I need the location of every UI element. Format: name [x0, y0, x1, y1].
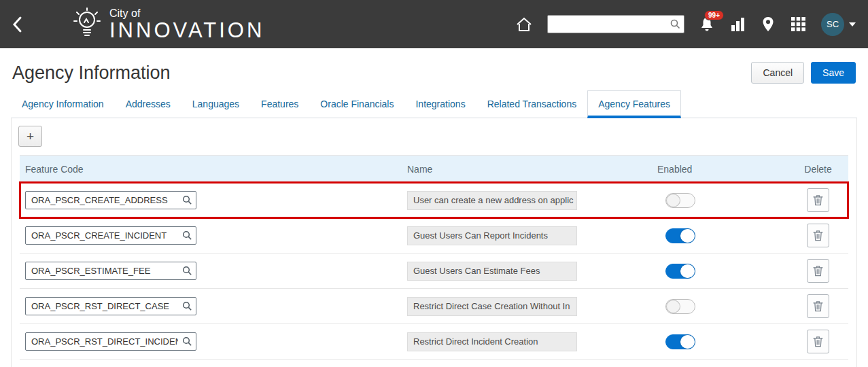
apps-grid-icon[interactable]: [791, 16, 806, 32]
lookup-search-icon[interactable]: [182, 230, 192, 243]
feature-name-field: User can create a new address on applic: [407, 191, 577, 210]
delete-row-button[interactable]: [807, 330, 829, 353]
home-icon[interactable]: [516, 17, 532, 32]
lookup-search-icon[interactable]: [182, 195, 192, 208]
enabled-toggle[interactable]: [665, 299, 695, 314]
cancel-button[interactable]: Cancel: [751, 62, 804, 84]
logo-line2: INNOVATION: [109, 20, 264, 41]
feature-code-input[interactable]: [25, 191, 196, 209]
feature-code-input[interactable]: [25, 262, 196, 280]
lightbulb-icon: [71, 7, 103, 42]
notification-count-badge: 99+: [704, 10, 724, 20]
tab-agency-features[interactable]: Agency Features: [587, 90, 681, 118]
enabled-toggle[interactable]: [665, 334, 695, 349]
feature-name-field: Guest Users Can Estimate Fees: [407, 262, 577, 281]
top-navigation-bar: City of INNOVATION 99+: [0, 0, 868, 48]
delete-row-button[interactable]: [807, 294, 829, 318]
enabled-toggle[interactable]: [665, 193, 695, 208]
user-avatar[interactable]: SC: [821, 13, 844, 36]
column-header-delete: Delete: [788, 164, 848, 175]
menu-hamburger-icon[interactable]: [35, 18, 55, 31]
delete-row-button[interactable]: [807, 224, 829, 247]
table-header-row: Feature Code Name Enabled Delete: [20, 156, 848, 183]
map-pin-icon[interactable]: [761, 16, 776, 33]
tab-features[interactable]: Features: [250, 90, 309, 118]
column-header-enabled: Enabled: [652, 164, 788, 175]
feature-code-input[interactable]: [25, 297, 196, 315]
table-row: Restrict Direct Case Creation Without In: [20, 289, 848, 324]
global-search-input[interactable]: [547, 15, 684, 33]
lookup-search-icon[interactable]: [182, 266, 192, 279]
feature-name-field: Restrict Direct Incident Creation: [407, 332, 577, 351]
logo-line1: City of: [109, 7, 264, 20]
delete-row-button[interactable]: [807, 259, 829, 283]
table-row: Guest Users Can Estimate Fees: [20, 254, 848, 289]
lookup-search-icon[interactable]: [182, 336, 192, 349]
features-table: Feature Code Name Enabled Delete User ca…: [20, 155, 848, 360]
agency-features-panel: + Feature Code Name Enabled Delete User …: [11, 118, 857, 367]
back-chevron-icon[interactable]: [12, 16, 22, 33]
page-title: Agency Information: [12, 63, 171, 84]
add-feature-button[interactable]: +: [18, 126, 42, 147]
save-button[interactable]: Save: [811, 62, 856, 84]
lookup-search-icon[interactable]: [182, 301, 192, 314]
table-row: User can create a new address on applic: [20, 183, 848, 218]
analytics-bar-chart-icon[interactable]: [729, 17, 746, 32]
column-header-feature-code: Feature Code: [20, 164, 402, 175]
tab-languages[interactable]: Languages: [181, 90, 250, 118]
tab-bar: Agency Information Addresses Languages F…: [11, 90, 857, 118]
tab-agency-information[interactable]: Agency Information: [11, 90, 115, 118]
tab-addresses[interactable]: Addresses: [115, 90, 181, 118]
search-icon: [670, 19, 680, 32]
tab-related-transactions[interactable]: Related Transactions: [476, 90, 588, 118]
tab-integrations[interactable]: Integrations: [404, 90, 476, 118]
user-menu-caret-icon[interactable]: [849, 22, 856, 27]
feature-name-field: Restrict Direct Case Creation Without In: [407, 297, 577, 316]
table-row: Guest Users Can Report Incidents: [20, 218, 848, 254]
table-row: Restrict Direct Incident Creation: [20, 324, 848, 360]
column-header-name: Name: [402, 164, 652, 175]
enabled-toggle[interactable]: [665, 264, 695, 279]
page-header: Agency Information Cancel Save: [0, 48, 868, 88]
tab-oracle-financials[interactable]: Oracle Financials: [309, 90, 404, 118]
enabled-toggle[interactable]: [665, 228, 695, 243]
feature-code-input[interactable]: [25, 332, 196, 351]
city-of-innovation-logo: City of INNOVATION: [71, 7, 264, 42]
feature-code-input[interactable]: [25, 226, 196, 245]
global-search: [547, 15, 684, 33]
feature-name-field: Guest Users Can Report Incidents: [407, 226, 577, 245]
delete-row-button[interactable]: [807, 188, 829, 212]
